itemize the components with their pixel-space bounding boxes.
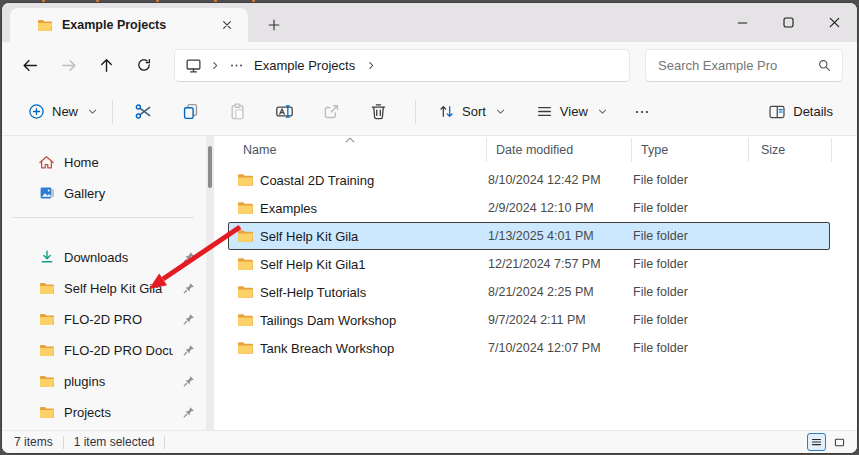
folder-icon: [237, 313, 254, 327]
view-button-label: View: [560, 104, 588, 119]
sidebar-item-downloads[interactable]: Downloads: [2, 242, 204, 272]
share-button[interactable]: [315, 95, 348, 128]
column-header-type[interactable]: Type: [632, 138, 749, 162]
file-type: File folder: [633, 173, 750, 187]
file-name: Self-Help Tutorials: [260, 285, 366, 300]
tab-close-button[interactable]: [216, 14, 238, 36]
maximize-button[interactable]: [765, 3, 811, 42]
folder-icon: [237, 285, 254, 299]
folder-icon: [39, 375, 55, 388]
cut-button[interactable]: [127, 95, 160, 128]
pin-icon: [182, 405, 196, 419]
file-row[interactable]: Examples 2/9/2024 12:10 PM File folder: [228, 194, 830, 222]
folder-icon: [237, 173, 254, 187]
file-row[interactable]: Tank Breach Workshop 7/10/2024 12:07 PM …: [228, 334, 830, 362]
chevron-down-icon: [597, 106, 608, 117]
close-window-button[interactable]: [811, 3, 857, 42]
file-date-modified: 2/9/2024 12:10 PM: [488, 201, 633, 215]
sidebar-item-gallery[interactable]: Gallery: [2, 178, 204, 208]
paste-icon: [228, 102, 247, 121]
rename-button[interactable]: [268, 95, 301, 128]
file-name: Self Help Kit Gila1: [260, 257, 366, 272]
details-pane-button[interactable]: Details: [760, 97, 841, 127]
minimize-button[interactable]: [719, 3, 765, 42]
delete-icon: [369, 102, 388, 121]
sidebar-item-projects[interactable]: Projects: [2, 397, 204, 427]
file-type: File folder: [633, 341, 750, 355]
toolbar-divider: [112, 100, 113, 124]
sidebar-scrollbar-thumb[interactable]: [208, 146, 212, 188]
file-row[interactable]: Self Help Kit Gila 1/13/2025 4:01 PM Fil…: [228, 222, 830, 250]
paste-button[interactable]: [221, 95, 254, 128]
sidebar-item-self-help-kit-gila[interactable]: Self Help Kit Gila: [2, 273, 204, 303]
folder-icon: [39, 282, 55, 295]
file-date-modified: 8/10/2024 12:42 PM: [488, 173, 633, 187]
chevron-right-icon[interactable]: [209, 59, 222, 72]
file-name-cell: Self Help Kit Gila1: [229, 257, 488, 272]
new-tab-button[interactable]: [260, 11, 288, 39]
sidebar-item-home[interactable]: Home: [2, 147, 204, 177]
up-button[interactable]: [88, 48, 124, 82]
titlebar: Example Projects: [2, 3, 857, 42]
chevron-down-icon: [87, 106, 98, 117]
column-header-size[interactable]: Size: [749, 138, 832, 162]
column-header-date-modified[interactable]: Date modified: [487, 138, 632, 162]
copy-button[interactable]: [174, 95, 207, 128]
sidebar-item-flo-2d-pro[interactable]: FLO-2D PRO: [2, 304, 204, 334]
back-button[interactable]: [12, 48, 48, 82]
delete-button[interactable]: [362, 95, 395, 128]
details-view-icon: [810, 436, 823, 449]
forward-icon: [60, 57, 77, 74]
more-options-button[interactable]: [626, 95, 659, 128]
plus-icon: [267, 18, 281, 32]
refresh-button[interactable]: [126, 48, 162, 82]
file-row[interactable]: Coastal 2D Training 8/10/2024 12:42 PM F…: [228, 166, 830, 194]
large-icons-view-icon: [833, 436, 846, 449]
status-divider: [63, 436, 64, 449]
large-icons-view-toggle[interactable]: [830, 433, 849, 451]
sidebar-item-flo-2d-pro-document[interactable]: FLO-2D PRO Document: [2, 335, 204, 365]
forward-button[interactable]: [50, 48, 86, 82]
status-bar: 7 items 1 item selected: [2, 430, 857, 453]
chevron-down-icon: [495, 106, 506, 117]
details-view-toggle[interactable]: [807, 433, 826, 451]
file-name: Self Help Kit Gila: [260, 229, 358, 244]
home-icon: [38, 154, 55, 171]
screen: Example Projects: [0, 0, 859, 455]
up-icon: [98, 57, 115, 74]
sidebar-item-label: Projects: [64, 405, 173, 420]
sidebar-item-plugins[interactable]: plugins: [2, 366, 204, 396]
file-explorer-window: Example Projects: [1, 2, 858, 454]
pin-icon: [182, 250, 196, 264]
file-name-cell: Tailings Dam Workshop: [229, 313, 488, 328]
breadcrumb-current[interactable]: Example Projects: [251, 58, 358, 73]
pin-icon: [182, 343, 196, 357]
file-date-modified: 8/21/2024 2:25 PM: [488, 285, 633, 299]
new-button[interactable]: New: [20, 97, 106, 126]
sort-button[interactable]: Sort: [430, 97, 514, 126]
copy-icon: [181, 102, 200, 121]
folder-icon: [39, 344, 55, 357]
view-button[interactable]: View: [528, 97, 616, 126]
file-date-modified: 7/10/2024 12:07 PM: [488, 341, 633, 355]
chevron-right-icon[interactable]: [365, 59, 378, 72]
maximize-icon: [781, 15, 796, 30]
pin-icon: [182, 281, 196, 295]
explorer-tab[interactable]: Example Projects: [10, 8, 248, 42]
file-name: Coastal 2D Training: [260, 173, 374, 188]
file-date-modified: 1/13/2025 4:01 PM: [488, 229, 633, 243]
ellipsis-icon[interactable]: [229, 58, 244, 73]
sidebar-scrollbar-track[interactable]: [206, 136, 214, 430]
sidebar-item-label: Gallery: [64, 186, 173, 201]
search-input[interactable]: Search Example Pro: [645, 49, 843, 82]
file-row[interactable]: Self-Help Tutorials 8/21/2024 2:25 PM Fi…: [228, 278, 830, 306]
file-name-cell: Coastal 2D Training: [229, 173, 488, 188]
file-row[interactable]: Self Help Kit Gila1 12/21/2024 7:57 PM F…: [228, 250, 830, 278]
file-row[interactable]: Tailings Dam Workshop 9/7/2024 2:11 PM F…: [228, 306, 830, 334]
file-name: Tailings Dam Workshop: [260, 313, 396, 328]
file-name-cell: Examples: [229, 201, 488, 216]
address-bar[interactable]: Example Projects: [174, 49, 630, 82]
folder-icon: [237, 201, 254, 215]
folder-icon: [237, 341, 254, 355]
toolbar-divider: [415, 100, 416, 124]
